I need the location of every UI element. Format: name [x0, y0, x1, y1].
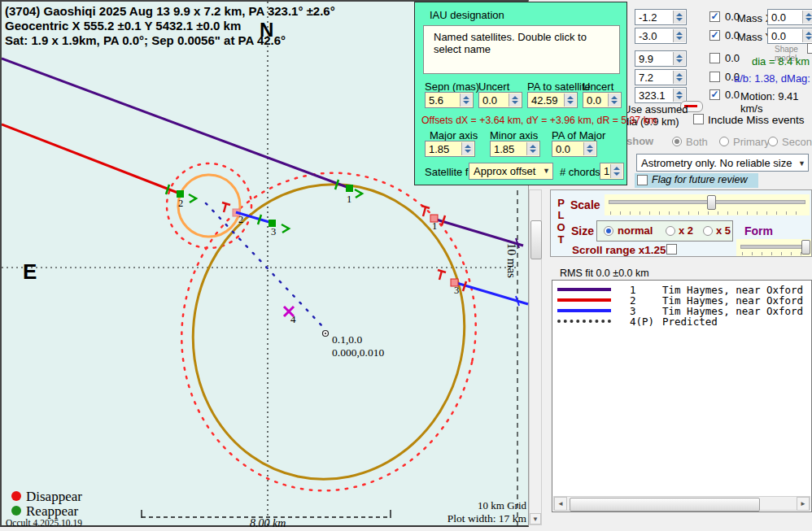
- adjust-x-checkbox[interactable]: [709, 11, 720, 22]
- observer-list-hscrollbar[interactable]: ◄ ►: [553, 496, 810, 511]
- mass-y-input[interactable]: 0.0: [767, 28, 812, 44]
- shape-model-checkbox[interactable]: [807, 43, 812, 54]
- hscroll-thumb[interactable]: [570, 498, 760, 511]
- pa-spinner[interactable]: [673, 89, 685, 102]
- minor-dim-spinner[interactable]: [673, 71, 685, 84]
- show-both-radio[interactable]: [672, 137, 682, 146]
- axis-ratio-readout: a/b: 1.38, dMag: 0.35: [734, 72, 812, 85]
- adjust-y-input[interactable]: -3.0: [635, 28, 687, 44]
- scroll-range-checkbox[interactable]: [666, 244, 677, 255]
- sepn-spinner[interactable]: [460, 94, 472, 107]
- flag-review-row: Flag for future review: [635, 173, 758, 188]
- motion-readout: Motion: 9.41 km/s: [740, 90, 812, 115]
- pa-major-input[interactable]: 0.0: [552, 141, 597, 157]
- chord3-red-label: 3: [454, 285, 459, 296]
- adjust-x-input[interactable]: -1.2: [635, 9, 687, 25]
- scroll-left-arrow-icon[interactable]: ◄: [554, 497, 567, 511]
- mass-x-spinner[interactable]: [802, 11, 812, 24]
- title-line1: (3704) Gaoshiqi 2025 Aug 13 9.9 x 7.2 km…: [5, 4, 428, 19]
- adjust-y-spinner[interactable]: [673, 29, 685, 42]
- observer-list[interactable]: 1 Tim Haymes, near Oxford 2 Tim Haymes, …: [552, 280, 812, 512]
- plot-vertical-scrollbar[interactable]: ▼: [529, 189, 542, 525]
- adjust-x-spinner[interactable]: [673, 11, 685, 24]
- major-dim-spinner[interactable]: [673, 52, 685, 65]
- num-chords-input[interactable]: 1: [600, 163, 624, 180]
- scroll-right-arrow-icon[interactable]: ►: [797, 497, 810, 511]
- major-dim-input[interactable]: 9.9: [635, 50, 687, 67]
- chord-3[interactable]: 3 3: [236, 212, 528, 306]
- chord1-color-line: [557, 288, 611, 291]
- use-assumed-label-line1: Use assumed: [623, 103, 688, 115]
- show-primary-radio[interactable]: [719, 137, 729, 146]
- satellite-circle[interactable]: [178, 175, 240, 237]
- satellite-fit-dropdown[interactable]: Approx offset▼: [469, 163, 553, 180]
- astrometry-dropdown[interactable]: Astrometry only. No reliable size▼: [636, 154, 809, 172]
- show-secondary-radio[interactable]: [768, 137, 778, 146]
- include-miss-label: Include Miss events: [708, 114, 805, 126]
- pa-major-spinner[interactable]: [583, 142, 596, 155]
- pa-uncert-input[interactable]: 0.0: [583, 92, 622, 108]
- scale-bar-label: 8.00 km: [250, 517, 286, 527]
- sepn-uncert-input[interactable]: 0.0: [478, 92, 522, 108]
- scale-slider[interactable]: [605, 194, 810, 215]
- plot-panel-vertical-label: PLOT: [556, 197, 566, 246]
- chord4-label: 4: [290, 313, 296, 325]
- named-satellites-text: Named satellites. Double click to select…: [424, 26, 619, 55]
- scroll-range-label: Scroll range x1.25: [572, 244, 666, 256]
- diameter-readout: dia = 8.4 km: [752, 55, 810, 67]
- major-dim-checkbox[interactable]: [709, 53, 720, 63]
- opacity-slider-ticks: [742, 252, 807, 255]
- show-secondary-label: Secondary: [782, 136, 812, 148]
- scale-slider-thumb[interactable]: [707, 195, 716, 210]
- disappear-dot-icon: [11, 491, 21, 501]
- size-normal-label: normal: [618, 224, 653, 237]
- minor-dim-input[interactable]: 7.2: [635, 69, 687, 85]
- pa-input[interactable]: 323.1: [635, 87, 687, 103]
- minor-axis-label: Minor axis: [490, 129, 538, 141]
- form-opacity-slider[interactable]: [736, 239, 811, 256]
- major-axis-input[interactable]: 1.85: [425, 141, 475, 157]
- size-normal-radio[interactable]: [604, 226, 613, 236]
- event-title-block: (3704) Gaoshiqi 2025 Aug 13 9.9 x 7.2 km…: [5, 4, 428, 48]
- num-chords-label: # chords: [560, 166, 600, 178]
- show-label: show: [626, 135, 653, 147]
- pa-satellite-spinner[interactable]: [564, 94, 576, 107]
- observer-row[interactable]: 4(P) Predicted: [552, 316, 812, 327]
- adjust-y-checkbox[interactable]: [709, 30, 720, 41]
- flag-review-checkbox[interactable]: [637, 175, 648, 185]
- asteroid-ellipse[interactable]: [166, 159, 491, 504]
- sepn-input[interactable]: 5.6: [425, 92, 474, 108]
- chord1-red-label: 1: [432, 220, 437, 232]
- uncert2-label: Uncert: [583, 81, 613, 93]
- minor-axis-input[interactable]: 1.85: [490, 141, 540, 157]
- pa-uncert: 0.0: [725, 89, 740, 101]
- chord2-disappear-marker[interactable]: [222, 202, 240, 216]
- minor-dim-checkbox[interactable]: [709, 72, 720, 82]
- event-legend: Disappear Reappear Occult 4.2025.10.19: [6, 489, 82, 527]
- plot-width-label: Plot width: 17 km: [447, 512, 527, 524]
- size-x5-label: x 5: [716, 224, 731, 237]
- east-label: E: [23, 259, 37, 284]
- chord2-green-label: 2: [178, 198, 183, 209]
- pa-to-satellite-label: PA to satellite: [527, 81, 591, 93]
- sepn-uncert-spinner[interactable]: [509, 94, 521, 107]
- mass-y-spinner[interactable]: [802, 29, 812, 42]
- mass-x-input[interactable]: 0.0: [767, 9, 812, 25]
- center-offset-line1: 0.1,0.0: [332, 333, 362, 346]
- sepn-label: Sepn (mas): [425, 81, 479, 93]
- observer-number: 4(P): [630, 316, 654, 328]
- pa-uncert-spinner[interactable]: [608, 94, 620, 107]
- chord3-disappear-marker[interactable]: [438, 270, 466, 291]
- pa-checkbox[interactable]: [709, 89, 720, 100]
- plot-vscroll-thumb[interactable]: [530, 220, 542, 259]
- major-axis-spinner[interactable]: [461, 142, 474, 155]
- include-miss-checkbox[interactable]: [693, 114, 704, 124]
- pa-satellite-input[interactable]: 42.59: [527, 92, 578, 108]
- rms-fit-readout: RMS fit 0.0 ±0.0 km: [560, 268, 649, 279]
- named-satellites-listbox[interactable]: Named satellites. Double click to select…: [423, 25, 620, 74]
- scroll-down-arrow-icon[interactable]: ▼: [530, 513, 541, 524]
- minor-axis-spinner[interactable]: [526, 142, 539, 155]
- size-x2-radio[interactable]: [666, 226, 675, 236]
- num-chords-spinner[interactable]: [610, 164, 622, 178]
- size-x5-radio[interactable]: [703, 226, 713, 236]
